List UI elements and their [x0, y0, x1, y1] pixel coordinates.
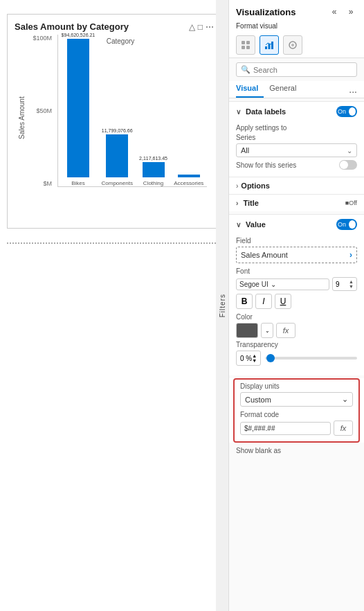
viz-tabs — [229, 33, 364, 58]
color-fx-button[interactable]: fx — [276, 323, 295, 338]
value-toggle[interactable]: On — [336, 219, 357, 230]
value-title: ∨ Value — [236, 220, 266, 229]
bar-value-components: 11,799,076.66 — [102, 128, 133, 133]
font-label: Font — [236, 267, 357, 275]
svg-rect-1 — [246, 41, 250, 44]
data-labels-title: ∨ Data labels — [236, 107, 286, 116]
format-code-input[interactable]: $#,###.## — [240, 422, 331, 435]
italic-button[interactable]: I — [255, 294, 272, 309]
color-swatch[interactable] — [236, 323, 258, 338]
value-header[interactable]: ∨ Value On — [229, 214, 364, 234]
transparency-input[interactable]: 0 % ▲ ▼ — [236, 351, 261, 366]
tab-visual[interactable]: Visual — [236, 81, 264, 98]
options-title: Options — [241, 181, 270, 190]
bar-bikes — [67, 39, 89, 177]
series-value: All — [241, 146, 249, 154]
svg-rect-2 — [242, 46, 245, 49]
chart-icons: △ □ ⋯ — [189, 22, 214, 32]
color-dropdown-btn[interactable]: ⌄ — [261, 323, 273, 338]
chart-area: Sales Amount by Category △ □ ⋯ Sales Amo… — [7, 14, 221, 229]
y-axis-label: Sales Amount — [15, 35, 27, 201]
nav-tabs: Visual General ... — [229, 81, 364, 98]
display-units-value: Custom — [245, 396, 271, 404]
search-box: 🔍 — [236, 62, 357, 77]
display-units-box: Display units Custom ⌄ Format code $#,##… — [233, 378, 360, 443]
value-body: Field Sales Amount › Font Segoe UI ⌄ 9 ▲… — [229, 234, 364, 375]
value-toggle-label: On — [338, 221, 346, 228]
svg-rect-0 — [242, 41, 245, 44]
y-ticks: $100M $50M $M — [27, 35, 55, 187]
color-label: Color — [236, 313, 357, 321]
bar-group-components: 11,799,076.66 Components — [102, 128, 133, 186]
field-box-value: Sales Amount — [241, 251, 288, 259]
expand-icon[interactable]: □ — [198, 22, 203, 32]
font-size-box: 9 ▲ ▼ — [332, 277, 357, 291]
title-section-label: › Title — [236, 199, 259, 207]
format-visual-label: Format visual — [229, 21, 364, 33]
more-options-icon[interactable]: ⋯ — [206, 22, 214, 32]
format-code-value: $#,###.## — [244, 425, 275, 432]
expand-icon[interactable]: » — [345, 6, 357, 18]
font-stepper[interactable]: ▲ ▼ — [349, 279, 354, 289]
tab-more[interactable]: ... — [349, 81, 357, 98]
series-label: Series — [236, 134, 357, 141]
tab-general[interactable]: General — [269, 81, 302, 98]
display-units-arrow: ⌄ — [342, 395, 348, 404]
bars-area: $94,620,526.21 Bikes 11,799,076.66 Compo… — [57, 35, 207, 187]
title-right: ■Off — [345, 200, 357, 206]
show-series-toggle[interactable] — [339, 160, 357, 170]
bar-label-clothing: Clothing — [143, 180, 163, 186]
series-dropdown-arrow: ⌄ — [347, 147, 352, 154]
filter-icon[interactable]: △ — [189, 22, 195, 32]
bar-group-clothing: 2,117,613.45 Clothing — [139, 156, 167, 186]
field-label: Field — [236, 237, 357, 245]
format-code-label: Format code — [240, 411, 353, 418]
bold-italic-row: B I U — [236, 294, 357, 309]
display-units-label: Display units — [240, 382, 353, 390]
viz-tab-analytics[interactable] — [283, 35, 302, 55]
filters-label: Filters — [219, 294, 226, 317]
collapse-icon[interactable]: « — [328, 6, 340, 18]
panel-header: Visualizations « » — [229, 0, 364, 21]
format-code-row: $#,###.## fx — [240, 420, 353, 436]
section-divider — [7, 242, 221, 244]
section-title[interactable]: › Title ■Off — [229, 194, 364, 211]
bar-clothing — [143, 162, 165, 177]
transparency-slider[interactable] — [265, 357, 357, 360]
svg-rect-3 — [246, 46, 250, 49]
viz-tab-grid[interactable] — [236, 35, 255, 55]
series-dropdown[interactable]: All ⌄ — [236, 143, 357, 157]
display-units-section: Display units Custom ⌄ Format code $#,##… — [229, 378, 364, 443]
font-name-dropdown[interactable]: Segoe UI ⌄ — [236, 278, 329, 290]
search-icon: 🔍 — [241, 65, 251, 74]
field-box-arrow: › — [349, 250, 352, 260]
section-data-labels: ∨ Data labels On Apply settings to Serie… — [229, 101, 364, 177]
show-blank-label: Show blank as — [229, 443, 364, 457]
search-input[interactable] — [253, 66, 352, 74]
data-labels-toggle[interactable]: On — [336, 106, 357, 117]
display-units-dropdown[interactable]: Custom ⌄ — [240, 392, 353, 407]
field-box[interactable]: Sales Amount › — [236, 247, 357, 263]
left-panel: Sales Amount by Category △ □ ⋯ Sales Amo… — [0, 0, 228, 611]
slider-thumb — [266, 354, 275, 362]
underline-button[interactable]: U — [275, 294, 291, 309]
viz-tab-format[interactable] — [260, 35, 279, 55]
y-tick-100m: $100M — [33, 35, 55, 42]
format-code-fx-button[interactable]: fx — [334, 420, 353, 436]
value-toggle-knob — [349, 220, 356, 229]
right-panel: Visualizations « » Format visual — [228, 0, 364, 611]
options-chevron: › — [236, 182, 238, 190]
svg-point-8 — [291, 44, 294, 46]
transparency-stepper[interactable]: ▲ ▼ — [252, 353, 257, 363]
bold-button[interactable]: B — [236, 294, 253, 309]
toggle-knob — [349, 107, 356, 116]
chart-body: Sales Amount $100M $50M $M $94,620,526.2… — [15, 35, 214, 201]
chart-inner: $100M $50M $M $94,620,526.21 Bikes 11,79… — [27, 35, 214, 201]
font-name-value: Segoe UI — [239, 281, 269, 288]
show-series-row: Show for this series — [236, 160, 357, 170]
filters-strip[interactable]: Filters — [216, 0, 228, 611]
section-options[interactable]: › Options — [229, 177, 364, 194]
off-label: ■Off — [345, 200, 357, 206]
section-data-labels-body: Apply settings to Series All ⌄ Show for … — [229, 121, 364, 177]
section-data-labels-header[interactable]: ∨ Data labels On — [229, 101, 364, 121]
